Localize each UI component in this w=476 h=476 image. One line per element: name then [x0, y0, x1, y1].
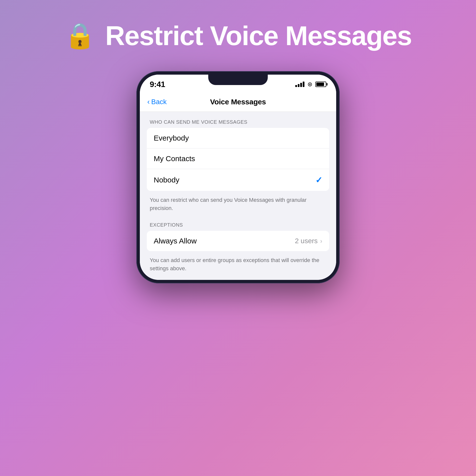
always-allow-row[interactable]: Always Allow 2 users ›	[147, 231, 329, 251]
nav-bar: ‹ Back Voice Messages	[140, 92, 336, 112]
status-time: 9:41	[150, 80, 165, 89]
content: WHO CAN SEND ME VOICE MESSAGES Everybody…	[140, 112, 336, 280]
page-header: 🔒 Restrict Voice Messages	[0, 20, 476, 51]
who-settings-group: Everybody My Contacts Nobody ✓	[147, 128, 329, 191]
back-button[interactable]: ‹ Back	[147, 98, 167, 106]
page-title: Restrict Voice Messages	[105, 20, 412, 51]
my-contacts-label: My Contacts	[154, 154, 195, 163]
exceptions-section-footer: You can add users or entire groups as ex…	[140, 253, 336, 280]
who-section-header: WHO CAN SEND ME VOICE MESSAGES	[140, 119, 336, 128]
always-allow-label: Always Allow	[154, 237, 197, 245]
my-contacts-row[interactable]: My Contacts	[147, 149, 329, 169]
always-allow-detail: 2 users ›	[295, 237, 323, 245]
back-chevron-icon: ‹	[147, 98, 150, 105]
phone-screen: 9:41 ⊛ ‹ Back Voice Messages	[140, 75, 336, 280]
nobody-label: Nobody	[154, 176, 179, 184]
wifi-icon: ⊛	[307, 81, 312, 88]
status-bar: 9:41 ⊛	[140, 75, 336, 92]
who-section-footer: You can restrict who can send you Voice …	[140, 193, 336, 220]
lock-icon: 🔒	[64, 21, 95, 50]
back-label: Back	[151, 98, 167, 106]
everybody-label: Everybody	[154, 134, 189, 142]
status-icons: ⊛	[295, 81, 326, 88]
always-allow-users-count: 2 users	[295, 237, 318, 245]
always-allow-chevron-icon: ›	[320, 237, 322, 245]
nobody-row[interactable]: Nobody ✓	[147, 169, 329, 191]
signal-bars-icon	[295, 82, 304, 87]
notch	[208, 75, 268, 85]
exceptions-section-header: EXCEPTIONS	[140, 222, 336, 231]
exceptions-section: EXCEPTIONS Always Allow 2 users › You ca…	[140, 222, 336, 280]
everybody-row[interactable]: Everybody	[147, 128, 329, 149]
phone-frame: 9:41 ⊛ ‹ Back Voice Messages	[136, 71, 340, 283]
battery-icon	[315, 82, 326, 87]
nobody-checkmark-icon: ✓	[315, 175, 322, 185]
nav-title: Voice Messages	[210, 98, 266, 106]
exceptions-settings-group: Always Allow 2 users ›	[147, 231, 329, 251]
